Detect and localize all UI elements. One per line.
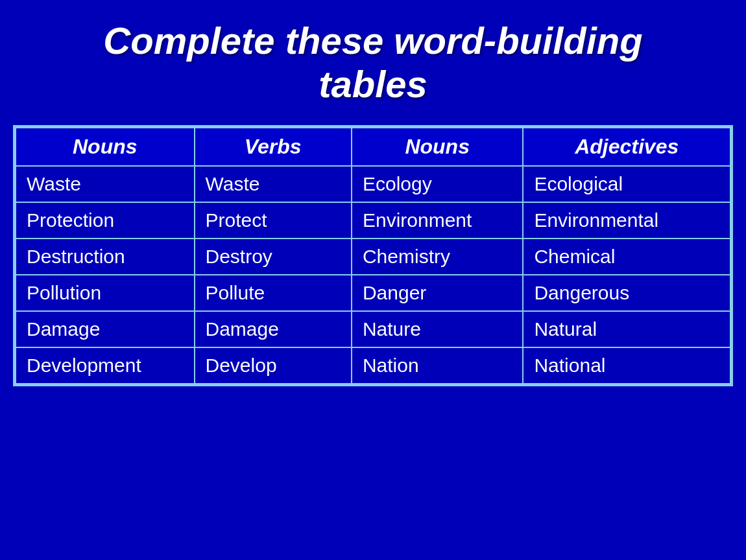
- table-header-row: Nouns Verbs Nouns Adjectives: [16, 128, 730, 166]
- page-title: Complete these word-building tables: [26, 19, 720, 106]
- cell-r3-c0: Pollution: [16, 275, 195, 311]
- cell-r0-c2: Ecology: [352, 166, 523, 202]
- table-row: DamageDamageNatureNatural: [16, 311, 730, 347]
- cell-r2-c2: Chemistry: [352, 239, 523, 275]
- cell-r1-c2: Environment: [352, 202, 523, 239]
- title-section: Complete these word-building tables: [0, 0, 746, 119]
- cell-r5-c1: Develop: [195, 347, 352, 384]
- cell-r3-c3: Dangerous: [523, 275, 730, 311]
- header-nouns-1: Nouns: [16, 128, 195, 166]
- cell-r0-c0: Waste: [16, 166, 195, 202]
- header-adjectives: Adjectives: [523, 128, 730, 166]
- table-row: DevelopmentDevelopNationNational: [16, 347, 730, 384]
- header-nouns-2: Nouns: [352, 128, 523, 166]
- table-row: WasteWasteEcologyEcological: [16, 166, 730, 202]
- cell-r2-c0: Destruction: [16, 239, 195, 275]
- cell-r4-c2: Nature: [352, 311, 523, 347]
- table-row: ProtectionProtectEnvironmentEnvironmenta…: [16, 202, 730, 239]
- cell-r4-c3: Natural: [523, 311, 730, 347]
- word-building-table-container: Nouns Verbs Nouns Adjectives WasteWasteE…: [13, 125, 733, 386]
- cell-r2-c1: Destroy: [195, 239, 352, 275]
- cell-r0-c1: Waste: [195, 166, 352, 202]
- cell-r5-c3: National: [523, 347, 730, 384]
- cell-r2-c3: Chemical: [523, 239, 730, 275]
- cell-r3-c2: Danger: [352, 275, 523, 311]
- cell-r3-c1: Pollute: [195, 275, 352, 311]
- table-row: DestructionDestroyChemistryChemical: [16, 239, 730, 275]
- cell-r4-c1: Damage: [195, 311, 352, 347]
- cell-r5-c0: Development: [16, 347, 195, 384]
- cell-r0-c3: Ecological: [523, 166, 730, 202]
- table-row: PollutionPolluteDangerDangerous: [16, 275, 730, 311]
- word-building-table: Nouns Verbs Nouns Adjectives WasteWasteE…: [15, 127, 731, 384]
- cell-r5-c2: Nation: [352, 347, 523, 384]
- cell-r1-c3: Environmental: [523, 202, 730, 239]
- cell-r4-c0: Damage: [16, 311, 195, 347]
- cell-r1-c1: Protect: [195, 202, 352, 239]
- header-verbs: Verbs: [195, 128, 352, 166]
- cell-r1-c0: Protection: [16, 202, 195, 239]
